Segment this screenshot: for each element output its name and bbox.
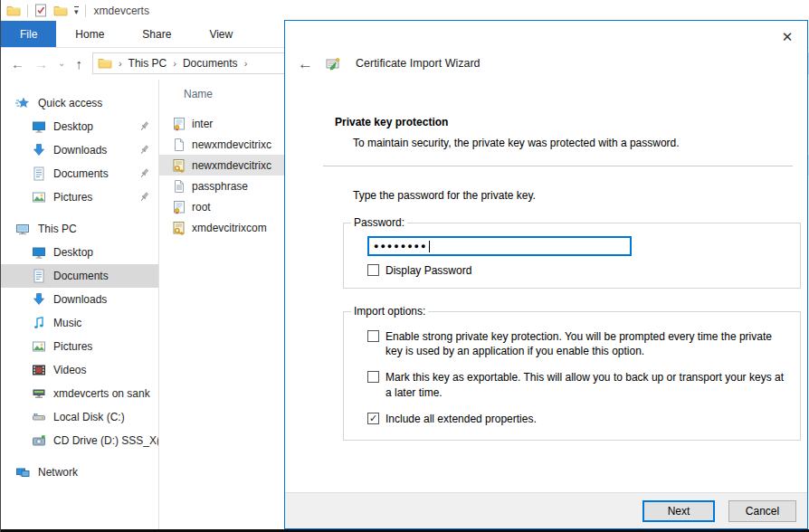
cancel-button[interactable]: Cancel	[728, 500, 796, 522]
text-doc-icon	[172, 179, 186, 194]
sidebar-item-documents[interactable]: Documents	[1, 264, 158, 288]
password-input[interactable]: ●●●●●●●●	[367, 236, 632, 256]
sidebar-section-this-pc[interactable]: This PC	[1, 217, 158, 241]
wizard-title: Certificate Import Wizard	[356, 57, 481, 70]
password-groupbox: Password: ●●●●●●●● Display Password	[343, 216, 801, 289]
close-icon[interactable]: ✕	[778, 28, 796, 46]
this-pc-icon	[15, 222, 30, 236]
breadcrumb-folder-icon	[98, 56, 112, 71]
sidebar-item-local-disk-c-[interactable]: Local Disk (C:)	[1, 405, 158, 429]
breadcrumb-segment[interactable]: Documents	[183, 57, 238, 70]
sidebar-item-label: Local Disk (C:)	[53, 411, 125, 423]
sidebar-item-label: Videos	[53, 364, 86, 376]
recent-locations-chevron-icon[interactable]: ⌄	[58, 59, 65, 68]
cert-key-icon	[172, 158, 186, 173]
file-name: xmdevcitrixcom	[192, 222, 267, 234]
import-option-checkbox-3[interactable]: ✓	[367, 413, 379, 424]
qat-separator-2	[85, 5, 86, 17]
import-option-label: Include all extended properties.	[385, 412, 537, 426]
file-name: inter	[192, 118, 213, 130]
sidebar-item-label: Downloads	[53, 293, 107, 306]
file-name: newxmdevcitrixc	[192, 159, 271, 172]
sidebar-item-pictures[interactable]: Pictures	[1, 335, 158, 358]
tab-file[interactable]: File	[1, 21, 56, 47]
next-button[interactable]: Next	[642, 500, 715, 522]
pin-icon	[138, 120, 150, 132]
import-option-label: Mark this key as exportable. This will a…	[385, 370, 788, 399]
display-password-row: Display Password	[367, 263, 800, 278]
qat-separator	[27, 5, 28, 17]
sidebar-section-label: Quick access	[38, 97, 102, 109]
screen: ▾ xmdevcerts FileHomeShareView ← → ⌄ ↑ ›…	[0, 0, 809, 532]
certificate-import-wizard-dialog: ✕ ← Certificate Import Wizard Private ke…	[284, 20, 808, 529]
tab-home[interactable]: Home	[56, 21, 123, 47]
sidebar-item-label: Pictures	[53, 191, 92, 204]
explorer-folder-icon	[6, 4, 21, 18]
wizard-back-arrow-icon[interactable]: ←	[298, 56, 313, 71]
network-icon	[15, 465, 30, 480]
sidebar-item-label: Documents	[53, 270, 109, 282]
back-button-icon[interactable]: ←	[11, 57, 24, 71]
import-option-checkbox-2[interactable]	[367, 371, 379, 383]
cd-drive-icon	[32, 433, 46, 448]
quick-access-star-icon	[15, 96, 30, 110]
text-caret	[429, 241, 430, 252]
forward-button-icon[interactable]: →	[34, 57, 48, 71]
breadcrumb-chevron-icon[interactable]: ›	[117, 58, 124, 69]
sidebar-item-downloads[interactable]: Downloads	[1, 288, 158, 311]
videos-icon	[32, 363, 46, 377]
sidebar-item-label: Downloads	[53, 144, 107, 157]
page-title: Private key protection	[335, 116, 448, 128]
sidebar-item-label: CD Drive (D:) SSS_X(	[53, 434, 159, 447]
password-instruction: Type the password for the private key.	[353, 189, 536, 202]
pictures-icon	[32, 190, 46, 204]
qat-properties-icon[interactable]	[34, 4, 47, 17]
sidebar-item-downloads[interactable]: Downloads	[1, 138, 158, 162]
display-password-label: Display Password	[385, 263, 471, 278]
sidebar-item-cd-drive-d-sss-x-[interactable]: CD Drive (D:) SSS_X(	[1, 429, 158, 452]
qat-new-folder-icon[interactable]	[53, 4, 68, 18]
window-title: xmdevcerts	[94, 5, 149, 17]
sidebar-section-network[interactable]: Network	[1, 461, 158, 484]
sidebar-section-quick-access[interactable]: Quick access	[1, 91, 158, 115]
file-name: newxmdevcitrixc	[192, 138, 271, 151]
wizard-footer: Next Cancel	[285, 492, 807, 528]
sidebar-item-documents[interactable]: Documents	[1, 162, 158, 185]
explorer-titlebar: ▾ xmdevcerts	[1, 0, 809, 21]
sidebar-item-desktop[interactable]: Desktop	[1, 241, 158, 264]
music-icon	[32, 316, 46, 330]
sidebar-item-videos[interactable]: Videos	[1, 358, 158, 382]
tab-view[interactable]: View	[190, 21, 252, 47]
downloads-icon	[32, 143, 46, 157]
breadcrumb-chevron-icon[interactable]: ›	[243, 58, 250, 69]
pictures-icon	[32, 339, 46, 354]
certificate-import-icon	[325, 55, 342, 71]
sidebar-item-pictures[interactable]: Pictures	[1, 185, 158, 209]
local-disk-icon	[32, 410, 46, 424]
import-options-label: Import options:	[351, 305, 428, 318]
sidebar-item-xmdevcerts-on-sank[interactable]: xmdevcerts on sank	[1, 382, 158, 405]
sidebar-item-label: xmdevcerts on sank	[53, 387, 150, 400]
cert-key-icon	[172, 221, 186, 235]
import-option-label: Enable strong private key protection. Yo…	[385, 329, 788, 358]
sidebar-item-label: Pictures	[53, 340, 92, 353]
page-subtitle: To maintain security, the private key wa…	[353, 137, 680, 149]
sidebar-section-label: This PC	[38, 223, 77, 235]
display-password-checkbox[interactable]	[367, 264, 379, 276]
sidebar-item-music[interactable]: Music	[1, 311, 158, 335]
tab-share[interactable]: Share	[123, 21, 190, 47]
import-options-groupbox: Import options: Enable strong private ke…	[343, 305, 801, 441]
import-option-checkbox-1[interactable]	[367, 330, 379, 342]
breadcrumb-segment[interactable]: This PC	[128, 57, 167, 70]
certificate-icon	[172, 117, 186, 131]
sidebar-section-label: Network	[38, 466, 78, 479]
wizard-header: ← Certificate Import Wizard	[298, 55, 481, 71]
pin-icon	[138, 191, 150, 203]
network-drive-icon	[32, 386, 46, 401]
sidebar-item-desktop[interactable]: Desktop	[1, 115, 158, 138]
breadcrumb-chevron-icon[interactable]: ›	[171, 58, 178, 69]
qat-customize-dropdown-icon[interactable]: ▾	[74, 6, 79, 15]
pin-icon	[138, 144, 150, 156]
certificate-icon	[172, 200, 186, 214]
up-button-icon[interactable]: ↑	[75, 57, 82, 71]
